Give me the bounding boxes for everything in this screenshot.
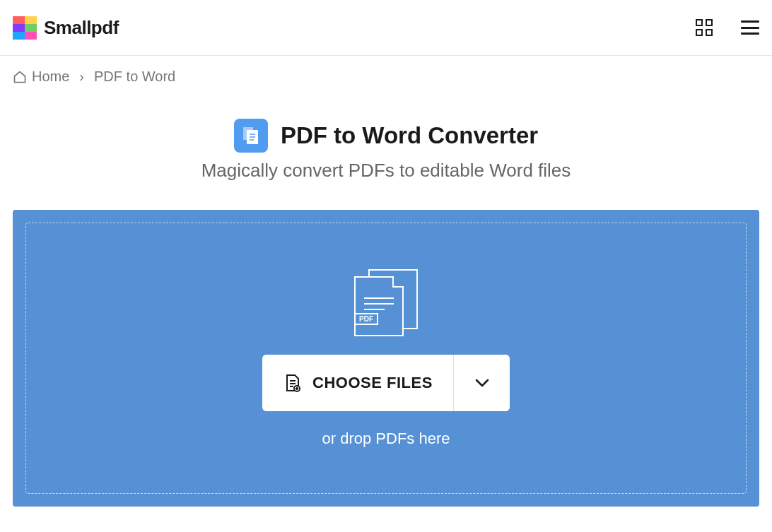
page-subtitle: Magically convert PDFs to editable Word … (0, 160, 772, 182)
pdf-badge: PDF (354, 313, 378, 325)
breadcrumb-separator: › (79, 69, 84, 85)
site-header: Smallpdf (0, 0, 772, 56)
brand-logo[interactable]: Smallpdf (13, 16, 119, 40)
breadcrumb-home[interactable]: Home (13, 69, 69, 85)
chevron-down-icon (475, 379, 489, 387)
page-heading: PDF to Word Converter Magically convert … (0, 119, 772, 182)
choose-files-label: CHOOSE FILES (312, 374, 433, 392)
hamburger-menu-icon[interactable] (741, 20, 759, 35)
choose-files-button[interactable]: CHOOSE FILES (262, 355, 453, 411)
apps-grid-icon[interactable] (696, 19, 713, 36)
logo-mark-icon (13, 16, 37, 40)
breadcrumb-home-label: Home (32, 69, 69, 85)
file-dropzone[interactable]: PDF CHOOSE FILES (13, 210, 759, 507)
drop-hint: or drop PDFs here (322, 430, 450, 448)
breadcrumb-current: PDF to Word (94, 69, 175, 85)
home-icon (13, 70, 27, 84)
header-actions (696, 19, 759, 36)
dropzone-inner: PDF CHOOSE FILES (25, 223, 747, 494)
page-title: PDF to Word Converter (281, 122, 538, 149)
pdf-to-word-icon (234, 119, 268, 153)
pdf-stack-icon: PDF (354, 269, 418, 336)
brand-name: Smallpdf (44, 17, 119, 39)
choose-files-group: CHOOSE FILES (262, 355, 510, 411)
choose-files-dropdown[interactable] (453, 355, 510, 411)
breadcrumb: Home › PDF to Word (0, 56, 772, 85)
file-add-icon (283, 373, 303, 393)
